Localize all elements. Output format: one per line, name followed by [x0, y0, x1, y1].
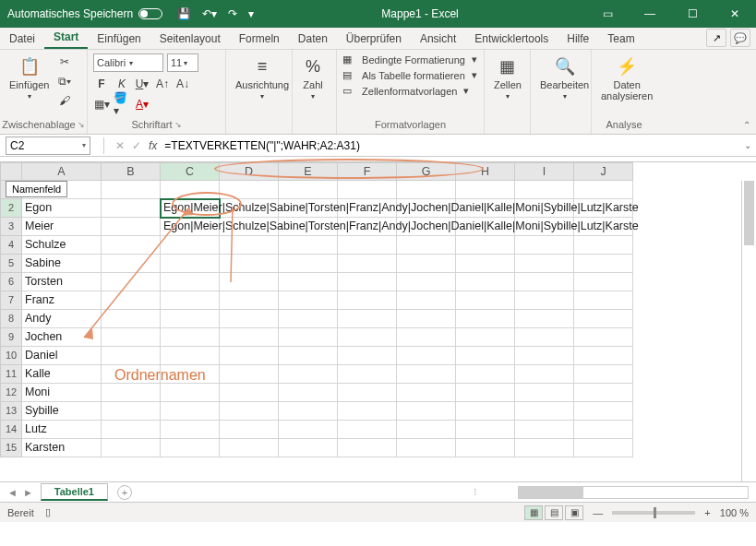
- cell-F13[interactable]: [338, 402, 397, 421]
- cell-J11[interactable]: [574, 365, 633, 384]
- cell-F12[interactable]: [338, 384, 397, 402]
- conditional-formatting-button[interactable]: ▦ Bedingte Formatierung ▾: [342, 53, 477, 65]
- row-header-4[interactable]: 4: [0, 236, 22, 255]
- cell-F4[interactable]: [338, 236, 397, 255]
- cell-H7[interactable]: [456, 291, 515, 310]
- cell-E14[interactable]: [279, 421, 338, 439]
- cell-G15[interactable]: [397, 439, 456, 457]
- cell-C6[interactable]: [161, 273, 220, 291]
- cell-J13[interactable]: [574, 402, 633, 421]
- cell-J8[interactable]: [574, 310, 633, 328]
- cell-B9[interactable]: [102, 328, 161, 347]
- cell-F6[interactable]: [338, 273, 397, 291]
- cell-G8[interactable]: [397, 310, 456, 328]
- tab-help[interactable]: Hilfe: [558, 29, 598, 49]
- cell-A2[interactable]: Egon: [22, 199, 102, 218]
- cell-H12[interactable]: [456, 384, 515, 402]
- name-box[interactable]: C2 ▾: [6, 136, 90, 155]
- col-header-H[interactable]: H: [456, 162, 515, 181]
- cell-F15[interactable]: [338, 439, 397, 457]
- row-header-14[interactable]: 14: [0, 421, 22, 439]
- cell-I5[interactable]: [515, 255, 574, 273]
- cell-B2[interactable]: [102, 199, 161, 218]
- cell-A4[interactable]: Schulze: [22, 236, 102, 255]
- cell-D1[interactable]: [220, 181, 279, 199]
- tab-team[interactable]: Team: [598, 29, 643, 49]
- cell-E6[interactable]: [279, 273, 338, 291]
- ribbon-options-icon[interactable]: ▭: [586, 0, 629, 28]
- cell-A13[interactable]: Sybille: [22, 402, 102, 421]
- bold-icon[interactable]: F: [93, 76, 110, 92]
- cell-I11[interactable]: [515, 365, 574, 384]
- cell-E13[interactable]: [279, 402, 338, 421]
- cell-I15[interactable]: [515, 439, 574, 457]
- cell-D8[interactable]: [220, 310, 279, 328]
- autosave-toggle[interactable]: Automatisches Speichern: [7, 7, 162, 20]
- horizontal-scrollbar[interactable]: [518, 486, 749, 499]
- cell-A9[interactable]: Jochen: [22, 328, 102, 347]
- tab-data[interactable]: Daten: [289, 29, 337, 49]
- row-header-15[interactable]: 15: [0, 439, 22, 457]
- cell-E8[interactable]: [279, 310, 338, 328]
- cell-A15[interactable]: Karsten: [22, 439, 102, 457]
- cell-C13[interactable]: [161, 402, 220, 421]
- expand-formula-bar-icon[interactable]: ⌄: [739, 140, 756, 150]
- worksheet-grid[interactable]: ABCDEFGHIJ 1Namen2EgonEgon|Meier|Schulze…: [0, 162, 756, 481]
- cell-E4[interactable]: [279, 236, 338, 255]
- cell-H6[interactable]: [456, 273, 515, 291]
- fill-color-icon[interactable]: 🪣▾: [114, 96, 130, 113]
- analyze-data-button[interactable]: ⚡ Daten analysieren: [597, 53, 656, 103]
- cell-styles-button[interactable]: ▭ Zellenformatvorlagen ▾: [342, 85, 477, 97]
- cell-A6[interactable]: Torsten: [22, 273, 102, 291]
- cell-J7[interactable]: [574, 291, 633, 310]
- sheet-tab-1[interactable]: Tabelle1: [41, 483, 108, 501]
- editing-button[interactable]: 🔍 Bearbeiten▾: [536, 53, 593, 102]
- cell-C9[interactable]: [161, 328, 220, 347]
- cell-G12[interactable]: [397, 384, 456, 402]
- col-header-C[interactable]: C: [161, 162, 220, 181]
- decrease-font-icon[interactable]: A↓: [174, 76, 191, 92]
- cell-F10[interactable]: [338, 347, 397, 365]
- underline-icon[interactable]: U▾: [134, 76, 150, 92]
- cell-H14[interactable]: [456, 421, 515, 439]
- cell-H8[interactable]: [456, 310, 515, 328]
- tab-review[interactable]: Überprüfen: [337, 29, 411, 49]
- formula-cancel-icon[interactable]: ✕: [112, 137, 128, 154]
- cell-E1[interactable]: [279, 181, 338, 199]
- cell-H1[interactable]: [456, 181, 515, 199]
- cell-C12[interactable]: [161, 384, 220, 402]
- cell-E10[interactable]: [279, 347, 338, 365]
- cell-C4[interactable]: [161, 236, 220, 255]
- font-size-combo[interactable]: 11▾: [167, 53, 198, 72]
- select-all-corner[interactable]: [0, 162, 22, 181]
- launcher-icon[interactable]: ↘: [174, 120, 182, 129]
- cell-C8[interactable]: [161, 310, 220, 328]
- cell-D14[interactable]: [220, 421, 279, 439]
- minimize-icon[interactable]: —: [629, 0, 671, 28]
- cell-G4[interactable]: [397, 236, 456, 255]
- cell-I9[interactable]: [515, 328, 574, 347]
- copy-icon[interactable]: ⧉▾: [56, 73, 73, 89]
- cell-A5[interactable]: Sabine: [22, 255, 102, 273]
- cell-E12[interactable]: [279, 384, 338, 402]
- increase-font-icon[interactable]: A↑: [154, 76, 171, 92]
- row-header-6[interactable]: 6: [0, 273, 22, 291]
- font-name-combo[interactable]: Calibri▾: [93, 53, 163, 72]
- redo-icon[interactable]: ↷: [228, 7, 237, 20]
- cell-B5[interactable]: [102, 255, 161, 273]
- formula-input[interactable]: =TEXTVERKETTEN("|";WAHR;A2:A31): [161, 139, 739, 152]
- cell-A10[interactable]: Daniel: [22, 347, 102, 365]
- cell-I12[interactable]: [515, 384, 574, 402]
- cell-C11[interactable]: [161, 365, 220, 384]
- tab-view[interactable]: Ansicht: [411, 29, 465, 49]
- format-painter-icon[interactable]: 🖌: [56, 92, 73, 109]
- cell-D12[interactable]: [220, 384, 279, 402]
- cell-A11[interactable]: Kalle: [22, 365, 102, 384]
- collapse-ribbon-icon[interactable]: ⌃: [743, 120, 750, 130]
- cell-A7[interactable]: Franz: [22, 291, 102, 310]
- fx-icon[interactable]: fx: [149, 139, 157, 152]
- cell-A14[interactable]: Lutz: [22, 421, 102, 439]
- col-header-E[interactable]: E: [279, 162, 338, 181]
- cell-D11[interactable]: [220, 365, 279, 384]
- view-pagebreak-icon[interactable]: ▣: [565, 505, 583, 520]
